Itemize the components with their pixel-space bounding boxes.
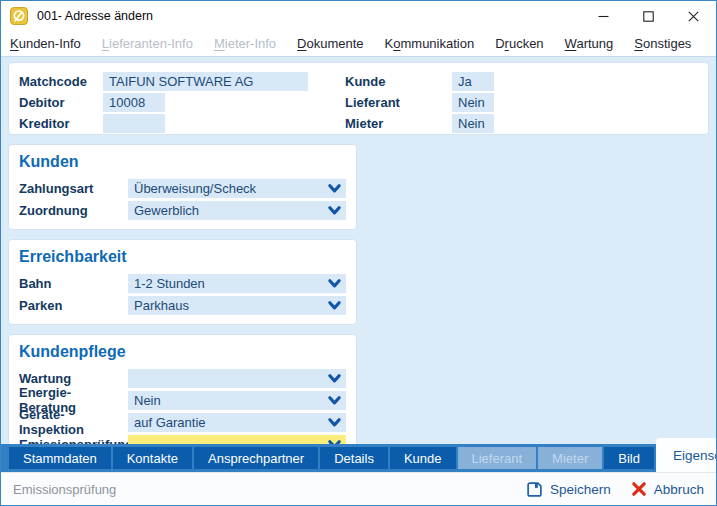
parken-row: Parken Parkhaus [19,295,346,315]
chevron-down-icon [327,182,342,195]
close-button[interactable] [671,1,716,31]
bahn-dropdown[interactable]: 1-2 Stunden [128,274,346,293]
mieter-label: Mieter [345,116,452,131]
wartung-label: Wartung [19,371,128,386]
kreditor-field[interactable] [103,114,165,133]
maximize-icon [643,11,654,22]
bahn-label: Bahn [19,276,128,291]
zahlungsart-dropdown[interactable]: Überweisung/Scheck [128,179,346,198]
window-title: 001- Adresse ändern [37,9,581,23]
menu-dokumente[interactable]: Dokumente [297,36,363,51]
zahlungsart-label: Zahlungsart [19,181,128,196]
debitor-field[interactable]: 10008 [103,93,165,112]
lieferant-field[interactable]: Nein [452,93,494,112]
chevron-down-icon [327,372,342,385]
cancel-button[interactable]: Abbruch [631,481,704,497]
tab-kunde[interactable]: Kunde [390,447,456,469]
minimize-icon [598,11,609,22]
wartung-dropdown[interactable] [128,369,346,388]
chevron-down-icon [327,416,342,429]
save-button[interactable]: Speichern [526,481,611,498]
tab-mieter: Mieter [538,447,602,469]
section-kunden: Kunden Zahlungsart Überweisung/Scheck Zu… [8,144,357,230]
mieter-field[interactable]: Nein [452,114,494,133]
menu-kommunikation[interactable]: Kommunikation [385,36,475,51]
mieter-row: Mieter Nein [345,113,494,133]
summary-flags: Kunde Ja Lieferant Nein Mieter Nein [345,70,494,134]
tab-ansprechpartner[interactable]: Ansprechpartner [194,447,318,469]
tab-kontakte[interactable]: Kontakte [113,447,192,469]
geraete-inspektion-row: Geräte-Inspektion auf Garantie [19,412,346,432]
chevron-down-icon [327,277,342,290]
emissionspruefung-dropdown[interactable] [128,435,346,445]
matchcode-field[interactable]: TAIFUN SOFTWARE AG [103,72,308,91]
section-title: Kundenpflege [19,343,346,361]
status-text: Emissionsprüfung [13,482,506,497]
chevron-down-icon [327,204,342,217]
parken-label: Parken [19,298,128,313]
tab-bild[interactable]: Bild [604,447,654,469]
zuordnung-label: Zuordnung [19,203,128,218]
kunde-field[interactable]: Ja [452,72,494,91]
tab-eigenschaften[interactable]: Eigenschaften [656,438,717,472]
kunde-label: Kunde [345,74,452,89]
section-title: Kunden [19,153,346,171]
kunde-row: Kunde Ja [345,71,494,91]
app-icon [10,7,28,25]
status-bar: Emissionsprüfung Speichern Abbruch [1,472,716,505]
menu-bar: Kunden-Info Lieferanten-Info Mieter-Info… [1,31,716,57]
content-area: Matchcode TAIFUN SOFTWARE AG Debitor 100… [1,57,716,444]
debitor-label: Debitor [19,95,103,110]
menu-wartung[interactable]: Wartung [565,36,614,51]
menu-lieferanten-info: Lieferanten-Info [102,36,193,51]
save-icon [526,481,543,498]
section-title: Erreichbarkeit [19,248,346,266]
geraete-inspektion-dropdown[interactable]: auf Garantie [128,413,346,432]
close-icon [688,11,699,22]
menu-mieter-info: Mieter-Info [214,36,276,51]
menu-kunden-info[interactable]: Kunden-Info [10,36,81,51]
save-label: Speichern [550,482,611,497]
zuordnung-dropdown[interactable]: Gewerblich [128,201,346,220]
menu-drucken[interactable]: Drucken [495,36,543,51]
emissionspruefung-label: Emissionsprüfung [19,437,128,445]
lieferant-label: Lieferant [345,95,452,110]
lieferant-row: Lieferant Nein [345,92,494,112]
title-bar: 001- Adresse ändern [1,1,716,31]
dialog-window: 001- Adresse ändern Kunden-Info Lieferan… [0,0,717,506]
parken-dropdown[interactable]: Parkhaus [128,296,346,315]
tab-lieferant: Lieferant [458,447,537,469]
kreditor-label: Kreditor [19,116,103,131]
zahlungsart-row: Zahlungsart Überweisung/Scheck [19,178,346,198]
maximize-button[interactable] [626,1,671,31]
matchcode-label: Matchcode [19,74,103,89]
tab-stammdaten[interactable]: Stammdaten [9,447,111,469]
chevron-down-icon [327,299,342,312]
tab-strip: Stammdaten Kontakte Ansprechpartner Deta… [1,444,716,472]
chevron-down-icon [327,394,342,407]
bahn-row: Bahn 1-2 Stunden [19,273,346,293]
minimize-button[interactable] [581,1,626,31]
cancel-label: Abbruch [654,482,704,497]
energie-beratung-dropdown[interactable]: Nein [128,391,346,410]
section-erreichbarkeit: Erreichbarkeit Bahn 1-2 Stunden Parken P… [8,239,357,325]
geraete-inspektion-label: Geräte-Inspektion [19,407,128,437]
tab-details[interactable]: Details [320,447,388,469]
cancel-x-icon [631,481,647,497]
summary-box: Matchcode TAIFUN SOFTWARE AG Debitor 100… [8,62,709,135]
menu-sonstiges[interactable]: Sonstiges [634,36,691,51]
section-kundenpflege: Kundenpflege Wartung Energie-Beratung Ne… [8,334,357,444]
zuordnung-row: Zuordnung Gewerblich [19,200,346,220]
